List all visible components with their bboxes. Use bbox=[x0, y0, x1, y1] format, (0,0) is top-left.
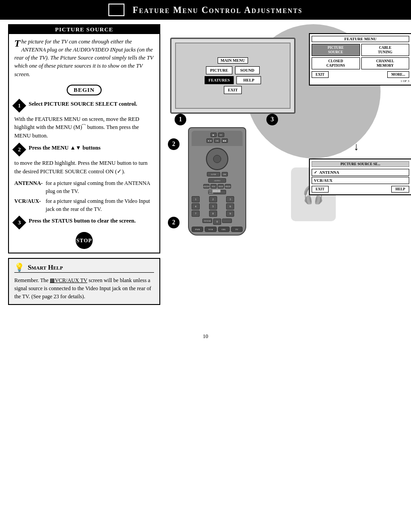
smart-help-text: Remember. The ▩VCR/AUX TV screen will be… bbox=[14, 276, 154, 300]
arrow-down-icon: ↓ bbox=[354, 141, 359, 153]
remote-dpad bbox=[206, 148, 228, 170]
remote-control: ▶ ST ◄◄ OK ▶▶ A/CR OK bbox=[188, 127, 246, 236]
step-1-body: With the FEATURES MENU on screen, move t… bbox=[14, 115, 154, 140]
antenna-text: for a picture signal coming from the ANT… bbox=[46, 179, 154, 195]
r-0: 0 bbox=[213, 219, 221, 225]
intro-body: he picture for the TV can come through e… bbox=[14, 39, 153, 77]
vcr-label: VCR/AUX- bbox=[14, 197, 46, 213]
remote-top: ▶ ST ◄◄ OK ▶▶ bbox=[192, 131, 243, 146]
ps-help-btn: HELP bbox=[391, 186, 409, 193]
step-marker-2b-label: 2 bbox=[172, 219, 176, 226]
pic-source-feat-btn: PICTURESOURCE bbox=[312, 44, 360, 56]
r-auto-btn: AUTO bbox=[208, 178, 226, 183]
bulb-icon: 💡 bbox=[14, 262, 24, 272]
illustration-area: MAIN MENU PICTURE SOUND FEATURES HELP bbox=[166, 24, 411, 320]
pic-source-footer: EXIT HELP bbox=[312, 186, 409, 193]
step-1-content: Select PICTURE SOURCE SELECT control. bbox=[29, 100, 154, 108]
step-2-title: Press the MENU ▲▼ buttons bbox=[29, 145, 101, 151]
r-swap-btn: SWAP bbox=[218, 184, 224, 189]
r-9: 9 bbox=[226, 210, 234, 217]
step-marker-1: 1 bbox=[175, 114, 186, 125]
picture-btn: PICTURE bbox=[206, 66, 232, 74]
pic-source-select-title: PICTURE SOURCE SE... bbox=[312, 161, 409, 167]
features-btn: FEATURES bbox=[205, 76, 234, 84]
remote-bottom: PWR VCR CBL TV bbox=[192, 227, 243, 232]
menu-buttons: PICTURE SOUND FEATURES HELP EXIT bbox=[205, 66, 261, 94]
step-marker-1-label: 1 bbox=[179, 116, 182, 123]
step-marker-2b: 2 bbox=[168, 217, 180, 228]
r-2: 2 bbox=[209, 196, 217, 202]
drop-cap: T bbox=[14, 39, 20, 48]
header-box bbox=[108, 4, 124, 16]
right-panel: MAIN MENU PICTURE SOUND FEATURES HELP bbox=[166, 24, 411, 320]
step-1-title: Select PICTURE SOURCE SELECT control. bbox=[29, 101, 137, 107]
r-3: 3 bbox=[226, 196, 234, 202]
of-three-label: 1 OF 3 bbox=[312, 79, 409, 83]
smart-help-label: Smart Help bbox=[28, 264, 63, 271]
step-marker-3-label: 3 bbox=[271, 116, 274, 123]
step-3: 3 Press the STATUS button to clear the s… bbox=[14, 217, 154, 227]
smart-help-box: 💡 Smart Help Remember. The ▩VCR/AUX TV s… bbox=[8, 258, 160, 305]
step-marker-3: 3 bbox=[266, 114, 278, 125]
r-pos-btn: POS bbox=[210, 184, 217, 189]
page-wrapper: Feature Menu Control Adjustments PICTURE… bbox=[0, 0, 411, 532]
r-ok-btn: OK bbox=[214, 138, 220, 143]
help-btn: HELP bbox=[236, 76, 261, 84]
smart-help-title: 💡 Smart Help bbox=[14, 262, 154, 273]
exit-btn: EXIT bbox=[224, 86, 242, 94]
antenna-item: ANTENNA- for a picture signal coming fro… bbox=[14, 179, 154, 195]
closed-captions-btn: CLOSEDCAPTIONS bbox=[312, 57, 360, 69]
vcr-aux-option: VCR/AUX bbox=[312, 177, 409, 184]
intro-text: T he picture for the TV can come through… bbox=[14, 38, 154, 78]
r-pip-btn: PIP ▓▓▓▓▓ SIZE bbox=[208, 190, 226, 194]
step-1-diamond: 1 bbox=[12, 99, 26, 112]
step-marker-2a: 2 bbox=[168, 138, 180, 150]
begin-button: BEGIN bbox=[67, 85, 102, 95]
r-ok2-btn: OK bbox=[222, 172, 228, 176]
r-rew-btn: ◄◄ bbox=[206, 138, 213, 143]
r-status-btn: ST bbox=[218, 133, 224, 137]
r-tv-btn: TV bbox=[231, 227, 243, 232]
feat-more-btn: MORE... bbox=[387, 71, 409, 78]
pic-source-select-box: PICTURE SOURCE SE... ANTENNA VCR/AUX EXI… bbox=[309, 159, 411, 195]
r-play-btn: ▶ bbox=[210, 133, 217, 137]
left-panel: PICTURE SOURCE T he picture for the TV c… bbox=[8, 24, 160, 320]
stop-button-area: STOP bbox=[14, 232, 154, 249]
vcr-item: VCR/AUX- for a picture signal coming fro… bbox=[14, 197, 154, 213]
step-1: 1 Select PICTURE SOURCE SELECT control. bbox=[14, 100, 154, 111]
sound-btn: SOUND bbox=[235, 66, 260, 74]
remote-row-2: ◄◄ OK ▶▶ bbox=[193, 138, 241, 143]
step-3-num: 3 bbox=[18, 219, 21, 226]
picture-source-title: PICTURE SOURCE bbox=[9, 25, 159, 34]
r-onoff-btn: ON/OFF bbox=[203, 184, 210, 189]
step-marker-2a-label: 2 bbox=[172, 141, 176, 148]
page-number: 10 bbox=[0, 333, 411, 344]
tv-screen: MAIN MENU PICTURE SOUND FEATURES HELP bbox=[170, 38, 295, 114]
r-tvvcr-btn: TV/VCR bbox=[202, 219, 212, 223]
r-extra-btn bbox=[222, 219, 232, 223]
feat-btn-row: EXIT MORE... bbox=[312, 71, 409, 78]
antenna-label: ANTENNA- bbox=[14, 179, 46, 195]
vcr-text: for a picture signal coming from the Vid… bbox=[46, 197, 154, 213]
step-3-title: Press the STATUS button to clear the scr… bbox=[29, 218, 136, 224]
feature-menu-box: FEATURE MENU PICTURESOURCE CABLETUNING C… bbox=[309, 33, 411, 86]
feature-menu-title: FEATURE MENU bbox=[312, 36, 409, 42]
r-8: 8 bbox=[209, 210, 217, 217]
tv-inner: MAIN MENU PICTURE SOUND FEATURES HELP bbox=[175, 43, 291, 109]
feature-menu-grid: PICTURESOURCE CABLETUNING CLOSEDCAPTIONS… bbox=[312, 44, 409, 69]
step-2-num: 2 bbox=[18, 146, 21, 153]
step-2: 2 Press the MENU ▲▼ buttons bbox=[14, 144, 154, 154]
r-7: 7 bbox=[192, 210, 200, 217]
feat-exit-btn: EXIT bbox=[312, 71, 329, 78]
step-2-body: to move the RED highlight. Press the MEN… bbox=[14, 159, 154, 176]
remote-center bbox=[213, 155, 221, 163]
r-ff-btn: ▶▶ bbox=[222, 138, 228, 143]
r-5: 5 bbox=[209, 203, 217, 210]
r-numpad: 1 2 3 4 5 6 7 8 9 bbox=[192, 196, 243, 217]
picture-source-box: PICTURE SOURCE T he picture for the TV c… bbox=[8, 24, 160, 253]
r-6: 6 bbox=[226, 203, 234, 210]
remote-row-1: ▶ ST bbox=[193, 133, 241, 137]
main-content: PICTURE SOURCE T he picture for the TV c… bbox=[0, 20, 411, 324]
antenna-vcr-section: ANTENNA- for a picture signal coming fro… bbox=[14, 179, 154, 213]
r-power-btn: PWR bbox=[192, 227, 203, 232]
